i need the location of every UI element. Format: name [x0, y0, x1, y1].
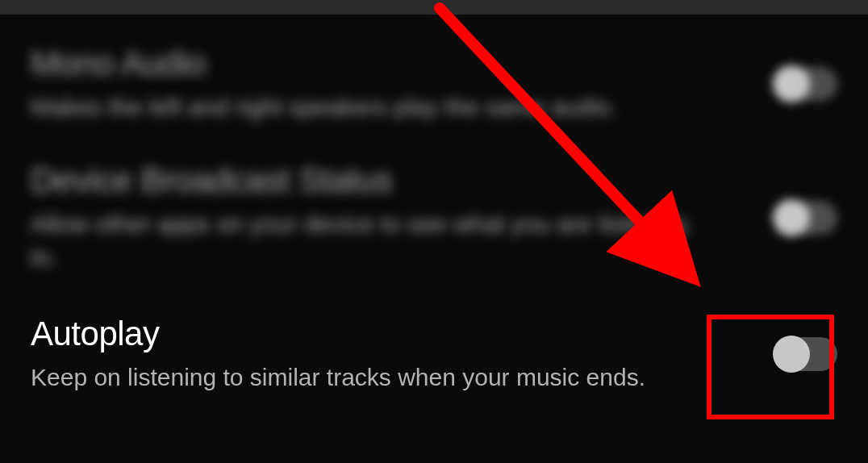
setting-text: Mono Audio Makes the left and right spea…: [31, 44, 617, 124]
setting-title: Mono Audio: [31, 44, 617, 83]
mono-audio-toggle[interactable]: [774, 67, 837, 101]
setting-text: Device Broadcast Status Allow other apps…: [31, 161, 692, 273]
status-bar: [0, 0, 868, 15]
setting-row-device-broadcast: Device Broadcast Status Allow other apps…: [31, 161, 837, 273]
autoplay-toggle[interactable]: [774, 337, 837, 371]
setting-description: Makes the left and right speakers play t…: [31, 91, 617, 124]
setting-description: Keep on listening to similar tracks when…: [31, 361, 645, 394]
setting-title: Device Broadcast Status: [31, 161, 692, 200]
device-broadcast-toggle[interactable]: [774, 201, 837, 235]
setting-row-autoplay: Autoplay Keep on listening to similar tr…: [31, 315, 837, 394]
setting-text: Autoplay Keep on listening to similar tr…: [31, 315, 645, 394]
setting-description: Allow other apps on your device to see w…: [31, 208, 692, 273]
setting-title: Autoplay: [31, 315, 645, 353]
settings-screen: Mono Audio Makes the left and right spea…: [0, 0, 868, 463]
toggle-knob: [773, 336, 810, 373]
toggle-knob: [773, 65, 810, 102]
setting-row-mono-audio: Mono Audio Makes the left and right spea…: [31, 44, 837, 124]
toggle-knob: [773, 199, 810, 236]
